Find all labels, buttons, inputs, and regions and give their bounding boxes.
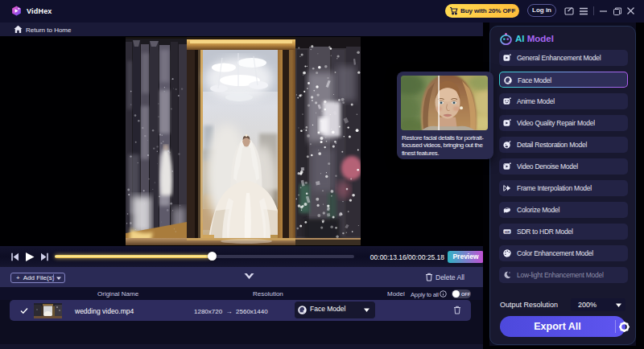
svg-text:HDR: HDR <box>505 231 510 234</box>
